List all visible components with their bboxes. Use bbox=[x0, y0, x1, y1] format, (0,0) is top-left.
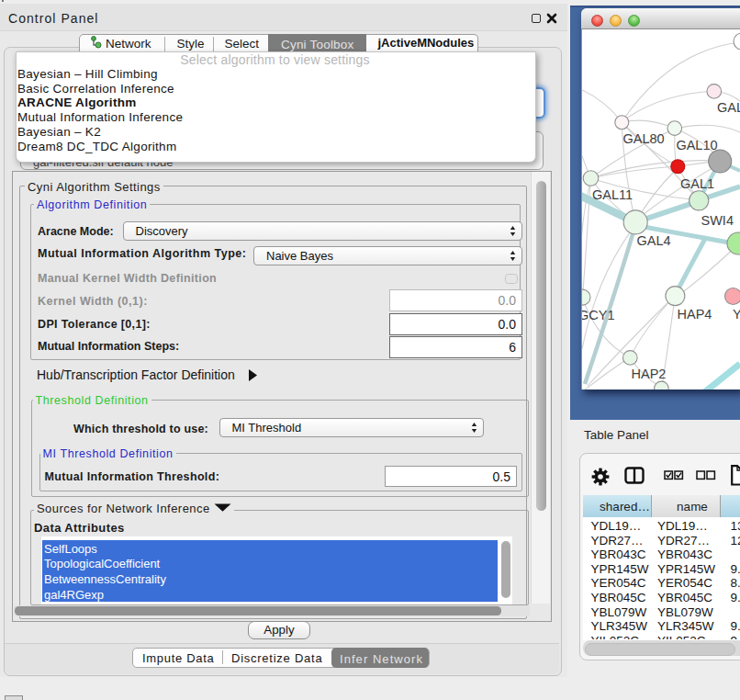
svg-text:GAL80: GAL80 bbox=[623, 131, 665, 146]
svg-text:SWI4: SWI4 bbox=[701, 213, 734, 228]
svg-text:GAL10: GAL10 bbox=[676, 138, 717, 152]
svg-text:GAL4: GAL4 bbox=[637, 233, 671, 248]
svg-text:GAL2: GAL2 bbox=[717, 100, 740, 115]
svg-text:HAP2: HAP2 bbox=[632, 367, 667, 381]
svg-text:HAP4: HAP4 bbox=[678, 307, 712, 322]
svg-text:YM: YM bbox=[733, 307, 740, 322]
svg-text:GAL11: GAL11 bbox=[592, 187, 633, 202]
svg-text:GAL1: GAL1 bbox=[680, 176, 714, 191]
svg-text:GCY1: GCY1 bbox=[582, 308, 615, 322]
